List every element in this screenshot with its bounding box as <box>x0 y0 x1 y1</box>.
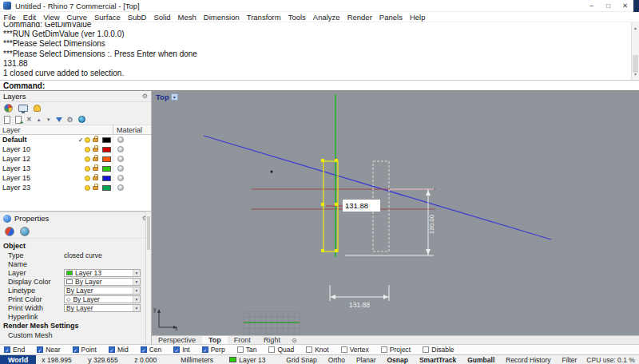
object-section-header[interactable]: Object <box>0 241 151 251</box>
osnap-disable[interactable]: ✓Disable <box>423 346 454 354</box>
scroll-up-icon[interactable]: ▲ <box>632 23 639 33</box>
layer-material-cell[interactable] <box>113 144 151 154</box>
layer-material-cell[interactable] <box>113 173 151 183</box>
statusbar-toggle-smarttrack[interactable]: SmartTrack <box>414 356 462 364</box>
checkbox[interactable]: ✓ <box>109 346 115 353</box>
checkbox[interactable]: ✓ <box>237 346 244 353</box>
display-icon[interactable] <box>18 105 28 112</box>
move-down-icon[interactable]: ▼ <box>46 117 51 122</box>
cplane-button[interactable]: World <box>0 355 36 364</box>
layer-material-cell[interactable] <box>113 164 151 173</box>
current-layer-check[interactable]: ✓ <box>77 184 85 192</box>
statusbar-toggle-filter[interactable]: Filter <box>556 356 582 364</box>
osnap-end[interactable]: ✓End <box>4 346 25 354</box>
statusbar-toggle-grid-snap[interactable]: Grid Snap <box>280 356 322 364</box>
menu-item-surface[interactable]: Surface <box>90 13 124 22</box>
layer-lock-icon[interactable] <box>93 148 98 152</box>
statusbar-toggle-gumball[interactable]: Gumball <box>462 356 500 364</box>
layer-lock-icon[interactable] <box>93 138 98 142</box>
close-button[interactable]: ✕ <box>617 2 633 10</box>
move-up-icon[interactable]: ▲ <box>37 117 42 122</box>
layer-visibility-bulb-icon[interactable] <box>85 156 90 162</box>
viewport-top[interactable]: y x 190.00 <box>152 91 639 335</box>
viewport-canvas[interactable]: y x 190.00 <box>152 91 639 335</box>
checkbox[interactable]: ✓ <box>268 346 275 353</box>
osnap-point[interactable]: ✓Point <box>73 346 97 354</box>
viewport-tab-right[interactable]: Right <box>257 336 287 344</box>
globe-icon[interactable] <box>78 116 85 123</box>
scrollbar-thumb[interactable] <box>147 216 150 250</box>
bell-icon[interactable] <box>34 105 41 112</box>
delete-layer-icon[interactable]: ✕ <box>26 116 32 123</box>
layer-lock-icon[interactable] <box>93 176 98 180</box>
gear-icon[interactable]: ⚙ <box>142 93 148 100</box>
osnap-perp[interactable]: ✓Perp <box>202 346 225 354</box>
chevron-down-icon[interactable]: ▾ <box>133 287 140 294</box>
menu-item-solid[interactable]: Solid <box>150 13 174 22</box>
chevron-down-icon[interactable]: ▾ <box>133 305 140 311</box>
menu-item-file[interactable]: File <box>0 13 19 22</box>
filter-icon[interactable] <box>56 117 62 122</box>
menu-item-panels[interactable]: Panels <box>375 13 406 22</box>
material-properties-tab-icon[interactable] <box>20 227 30 236</box>
checkbox[interactable]: ✓ <box>423 346 429 353</box>
layer-row-23[interactable]: Layer 23 ✓ <box>0 183 151 192</box>
osnap-vertex[interactable]: ✓Vertex <box>341 346 369 354</box>
menu-item-analyze[interactable]: Analyze <box>309 13 343 22</box>
viewport-title-label[interactable]: Top <box>156 93 169 101</box>
menu-item-tools[interactable]: Tools <box>284 13 309 22</box>
statusbar-toggle-record-history[interactable]: Record History <box>500 356 556 364</box>
properties-scrollbar[interactable] <box>145 212 151 344</box>
osnap-near[interactable]: ✓Near <box>37 346 60 354</box>
checkbox[interactable]: ✓ <box>4 346 10 353</box>
checkbox[interactable]: ✓ <box>306 346 312 353</box>
checkbox[interactable]: ✓ <box>73 346 79 353</box>
layer-visibility-bulb-icon[interactable] <box>85 147 90 152</box>
units-button[interactable]: Millimeters <box>175 356 223 364</box>
command-input[interactable] <box>45 81 639 90</box>
display-color-dropdown[interactable]: By Layer ▾ <box>64 278 141 286</box>
layer-color-swatch[interactable] <box>102 147 111 152</box>
osnap-int[interactable]: ✓Int <box>173 346 189 354</box>
layer-visibility-bulb-icon[interactable] <box>85 176 90 181</box>
dimension-horizontal[interactable]: 131.88 <box>330 285 389 309</box>
dim-value-input[interactable]: 131.88 <box>343 200 380 212</box>
layer-color-swatch[interactable] <box>102 166 111 172</box>
layer-lock-icon[interactable] <box>93 157 98 161</box>
layer-material-cell[interactable] <box>113 154 151 164</box>
current-layer-check[interactable]: ✓ <box>77 136 85 144</box>
menu-item-help[interactable]: Help <box>406 13 429 22</box>
minimize-button[interactable]: – <box>583 2 600 10</box>
maximize-button[interactable]: □ <box>600 2 617 10</box>
layer-color-swatch[interactable] <box>102 185 111 191</box>
chevron-down-icon[interactable]: ▾ <box>133 279 140 285</box>
checkbox[interactable]: ✓ <box>341 346 347 353</box>
viewport-menu-dropdown-icon[interactable]: ▾ <box>171 93 178 101</box>
chevron-down-icon[interactable]: ▾ <box>133 296 140 303</box>
layer-row-12[interactable]: Layer 12 ✓ <box>0 154 151 164</box>
viewport-title[interactable]: Top ▾ <box>156 93 178 101</box>
current-layer-check[interactable]: ✓ <box>77 146 85 153</box>
checkbox[interactable]: ✓ <box>381 346 387 353</box>
osnap-tan[interactable]: ✓Tan <box>237 346 257 354</box>
menu-item-transform[interactable]: Transform <box>243 13 284 22</box>
layer-dropdown[interactable]: Layer 13 ▾ <box>64 269 141 277</box>
osnap-project[interactable]: ✓Project <box>381 346 411 354</box>
layer-row-10[interactable]: Layer 10 ✓ <box>0 144 151 154</box>
menu-item-edit[interactable]: Edit <box>19 13 39 22</box>
statusbar-toggle-planar[interactable]: Planar <box>351 356 382 364</box>
menu-item-subd[interactable]: SubD <box>124 13 150 22</box>
custom-mesh-row[interactable]: Custom Mesh <box>0 330 151 339</box>
checkbox[interactable]: ✓ <box>173 346 180 353</box>
layer-row-default[interactable]: Default ✓ <box>0 135 151 144</box>
layer-settings-icon[interactable]: ⚙ <box>67 116 73 124</box>
layer-lock-icon[interactable] <box>93 167 98 171</box>
current-layer-check[interactable]: ✓ <box>77 165 85 172</box>
statusbar-toggle-osnap[interactable]: Osnap <box>381 356 413 364</box>
layer-row-13[interactable]: Layer 13 ✓ <box>0 164 151 173</box>
layer-color-swatch[interactable] <box>102 156 111 162</box>
viewport-tab-perspective[interactable]: Perspective <box>152 336 202 344</box>
blue-curve[interactable] <box>204 136 551 239</box>
checkbox[interactable]: ✓ <box>202 346 208 353</box>
menu-item-mesh[interactable]: Mesh <box>174 13 200 22</box>
